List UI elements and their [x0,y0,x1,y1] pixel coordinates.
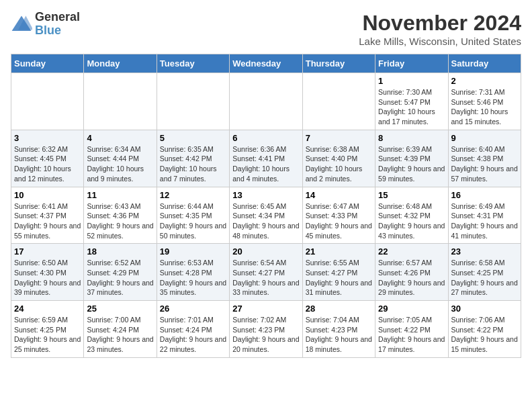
calendar-cell [230,73,302,130]
day-info: Sunrise: 7:02 AM Sunset: 4:23 PM Dayligh… [232,315,299,355]
calendar-cell: 29Sunrise: 7:05 AM Sunset: 4:22 PM Dayli… [375,301,448,358]
calendar-cell: 22Sunrise: 6:57 AM Sunset: 4:26 PM Dayli… [375,244,448,301]
calendar-cell: 25Sunrise: 7:00 AM Sunset: 4:24 PM Dayli… [84,301,157,358]
day-info: Sunrise: 6:59 AM Sunset: 4:25 PM Dayligh… [14,315,81,355]
logo-general: General [35,11,80,24]
day-info: Sunrise: 7:00 AM Sunset: 4:24 PM Dayligh… [87,315,153,355]
calendar-cell: 8Sunrise: 6:39 AM Sunset: 4:39 PM Daylig… [375,130,448,187]
day-info: Sunrise: 6:48 AM Sunset: 4:32 PM Dayligh… [378,201,445,241]
day-number: 10 [14,190,81,200]
day-info: Sunrise: 6:40 AM Sunset: 4:38 PM Dayligh… [451,144,518,184]
day-number: 14 [306,190,372,200]
day-number: 29 [378,304,445,314]
calendar-cell: 16Sunrise: 6:49 AM Sunset: 4:31 PM Dayli… [448,187,521,244]
day-number: 6 [232,133,299,143]
calendar-cell: 15Sunrise: 6:48 AM Sunset: 4:32 PM Dayli… [375,187,448,244]
calendar-cell: 27Sunrise: 7:02 AM Sunset: 4:23 PM Dayli… [230,301,302,358]
day-info: Sunrise: 6:58 AM Sunset: 4:25 PM Dayligh… [451,258,518,298]
day-info: Sunrise: 6:47 AM Sunset: 4:33 PM Dayligh… [306,201,372,241]
day-number: 24 [14,304,81,314]
day-number: 2 [451,76,518,86]
day-info: Sunrise: 6:35 AM Sunset: 4:42 PM Dayligh… [160,144,226,184]
calendar-table: SundayMondayTuesdayWednesdayThursdayFrid… [11,54,521,358]
day-info: Sunrise: 6:55 AM Sunset: 4:27 PM Dayligh… [306,258,372,298]
day-info: Sunrise: 7:31 AM Sunset: 5:46 PM Dayligh… [451,87,518,127]
day-info: Sunrise: 6:36 AM Sunset: 4:41 PM Dayligh… [232,144,299,184]
day-of-week-wednesday: Wednesday [230,54,302,73]
calendar-cell: 10Sunrise: 6:41 AM Sunset: 4:37 PM Dayli… [11,187,84,244]
day-of-week-tuesday: Tuesday [157,54,229,73]
logo-text: General Blue [35,11,80,38]
logo-blue: Blue [35,24,80,38]
calendar-cell: 11Sunrise: 6:43 AM Sunset: 4:36 PM Dayli… [84,187,157,244]
day-of-week-friday: Friday [375,54,448,73]
day-number: 9 [451,133,518,143]
calendar-cell: 21Sunrise: 6:55 AM Sunset: 4:27 PM Dayli… [302,244,375,301]
day-info: Sunrise: 7:30 AM Sunset: 5:47 PM Dayligh… [378,87,445,127]
day-of-week-monday: Monday [84,54,157,73]
calendar-cell: 30Sunrise: 7:06 AM Sunset: 4:22 PM Dayli… [448,301,521,358]
day-info: Sunrise: 7:01 AM Sunset: 4:24 PM Dayligh… [160,315,226,355]
day-info: Sunrise: 6:44 AM Sunset: 4:35 PM Dayligh… [160,201,226,241]
calendar-week-row: 24Sunrise: 6:59 AM Sunset: 4:25 PM Dayli… [11,301,521,358]
calendar-cell: 18Sunrise: 6:52 AM Sunset: 4:29 PM Dayli… [84,244,157,301]
calendar-cell: 19Sunrise: 6:53 AM Sunset: 4:28 PM Dayli… [157,244,229,301]
day-number: 20 [232,246,299,257]
day-info: Sunrise: 6:53 AM Sunset: 4:28 PM Dayligh… [160,258,226,298]
day-info: Sunrise: 6:43 AM Sunset: 4:36 PM Dayligh… [87,201,153,241]
calendar-header-row: SundayMondayTuesdayWednesdayThursdayFrid… [11,54,521,73]
calendar-cell: 6Sunrise: 6:36 AM Sunset: 4:41 PM Daylig… [230,130,302,187]
day-info: Sunrise: 6:54 AM Sunset: 4:27 PM Dayligh… [232,258,299,298]
main-title: November 2024 [359,11,521,36]
day-number: 22 [378,246,445,257]
day-info: Sunrise: 6:57 AM Sunset: 4:26 PM Dayligh… [378,258,445,298]
day-number: 16 [451,190,518,200]
day-info: Sunrise: 6:45 AM Sunset: 4:34 PM Dayligh… [232,201,299,241]
day-of-week-thursday: Thursday [302,54,375,73]
day-info: Sunrise: 6:49 AM Sunset: 4:31 PM Dayligh… [451,201,518,241]
calendar-cell [302,73,375,130]
day-number: 13 [232,190,299,200]
calendar-cell: 23Sunrise: 6:58 AM Sunset: 4:25 PM Dayli… [448,244,521,301]
day-number: 30 [451,304,518,314]
day-of-week-sunday: Sunday [11,54,84,73]
calendar-week-row: 1Sunrise: 7:30 AM Sunset: 5:47 PM Daylig… [11,73,521,130]
day-number: 25 [87,304,153,314]
day-number: 1 [378,76,445,86]
day-number: 8 [378,133,445,143]
day-number: 7 [306,133,372,143]
calendar-cell: 24Sunrise: 6:59 AM Sunset: 4:25 PM Dayli… [11,301,84,358]
day-info: Sunrise: 6:39 AM Sunset: 4:39 PM Dayligh… [378,144,445,184]
day-number: 5 [160,133,226,143]
calendar-cell: 2Sunrise: 7:31 AM Sunset: 5:46 PM Daylig… [448,73,521,130]
day-info: Sunrise: 6:34 AM Sunset: 4:44 PM Dayligh… [87,144,153,184]
logo: General Blue [11,11,80,38]
day-info: Sunrise: 6:38 AM Sunset: 4:40 PM Dayligh… [306,144,372,184]
day-number: 4 [87,133,153,143]
calendar-cell: 20Sunrise: 6:54 AM Sunset: 4:27 PM Dayli… [230,244,302,301]
calendar-cell: 12Sunrise: 6:44 AM Sunset: 4:35 PM Dayli… [157,187,229,244]
day-of-week-saturday: Saturday [448,54,521,73]
calendar-cell: 7Sunrise: 6:38 AM Sunset: 4:40 PM Daylig… [302,130,375,187]
calendar-week-row: 3Sunrise: 6:32 AM Sunset: 4:45 PM Daylig… [11,130,521,187]
calendar-cell: 13Sunrise: 6:45 AM Sunset: 4:34 PM Dayli… [230,187,302,244]
day-number: 21 [306,246,372,257]
calendar-week-row: 17Sunrise: 6:50 AM Sunset: 4:30 PM Dayli… [11,244,521,301]
calendar-cell: 14Sunrise: 6:47 AM Sunset: 4:33 PM Dayli… [302,187,375,244]
calendar-cell [11,73,84,130]
title-area: November 2024 Lake Mills, Wisconsin, Uni… [359,11,521,47]
logo-icon [11,15,32,34]
sub-title: Lake Mills, Wisconsin, United States [359,36,521,47]
day-info: Sunrise: 6:32 AM Sunset: 4:45 PM Dayligh… [14,144,81,184]
calendar-cell [84,73,157,130]
calendar-cell: 3Sunrise: 6:32 AM Sunset: 4:45 PM Daylig… [11,130,84,187]
page-header: General Blue November 2024 Lake Mills, W… [11,11,521,47]
day-info: Sunrise: 7:05 AM Sunset: 4:22 PM Dayligh… [378,315,445,355]
day-info: Sunrise: 6:41 AM Sunset: 4:37 PM Dayligh… [14,201,81,241]
calendar-cell: 1Sunrise: 7:30 AM Sunset: 5:47 PM Daylig… [375,73,448,130]
day-info: Sunrise: 6:52 AM Sunset: 4:29 PM Dayligh… [87,258,153,298]
day-number: 19 [160,246,226,257]
calendar-cell: 28Sunrise: 7:04 AM Sunset: 4:23 PM Dayli… [302,301,375,358]
calendar-week-row: 10Sunrise: 6:41 AM Sunset: 4:37 PM Dayli… [11,187,521,244]
day-number: 17 [14,246,81,257]
